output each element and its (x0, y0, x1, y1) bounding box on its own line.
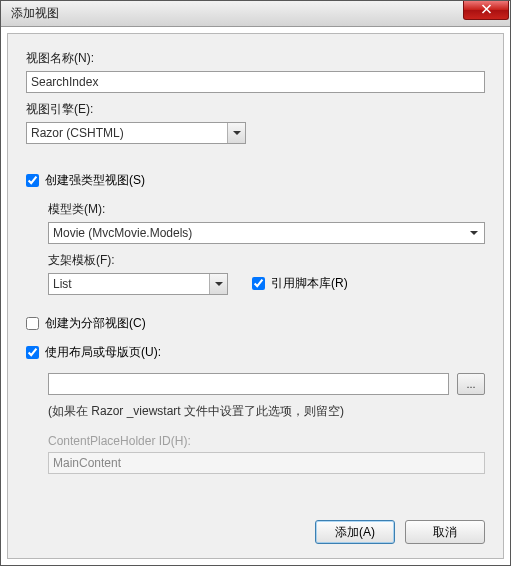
chevron-down-icon (215, 282, 223, 286)
close-button[interactable] (463, 1, 509, 20)
cph-input (48, 452, 485, 474)
dialog-body: 视图名称(N): 视图引擎(E): 创建强类型视图(S) 模型类(M): (7, 33, 504, 559)
use-layout-label: 使用布局或母版页(U): (45, 344, 161, 361)
use-layout-checkbox[interactable] (26, 346, 39, 359)
partial-view-label: 创建为分部视图(C) (45, 315, 146, 332)
layout-path-input[interactable] (48, 373, 449, 395)
view-engine-label: 视图引擎(E): (26, 101, 485, 118)
scaffold-dropdown-button[interactable] (209, 274, 227, 294)
strongly-typed-checkbox[interactable] (26, 174, 39, 187)
scaffold-template-select[interactable] (48, 273, 228, 295)
strongly-typed-label: 创建强类型视图(S) (45, 172, 145, 189)
reference-scripts-checkbox[interactable] (252, 277, 265, 290)
cph-label: ContentPlaceHolder ID(H): (48, 434, 485, 448)
browse-button[interactable]: ... (457, 373, 485, 395)
close-icon (481, 3, 492, 17)
view-engine-dropdown-button[interactable] (227, 123, 245, 143)
scaffold-template-label: 支架模板(F): (48, 252, 228, 269)
view-name-input[interactable] (26, 71, 485, 93)
dialog-window: 添加视图 视图名称(N): 视图引擎(E): 创建强类型视图(S) (0, 0, 511, 566)
titlebar: 添加视图 (1, 1, 510, 27)
model-class-label: 模型类(M): (48, 201, 485, 218)
model-class-select[interactable] (48, 222, 485, 244)
reference-scripts-label: 引用脚本库(R) (271, 275, 348, 292)
window-title: 添加视图 (11, 5, 59, 22)
view-engine-select[interactable] (26, 122, 246, 144)
cancel-button[interactable]: 取消 (405, 520, 485, 544)
partial-view-checkbox[interactable] (26, 317, 39, 330)
chevron-down-icon (233, 131, 241, 135)
add-button[interactable]: 添加(A) (315, 520, 395, 544)
button-row: 添加(A) 取消 (26, 510, 485, 544)
view-name-label: 视图名称(N): (26, 50, 485, 67)
layout-hint: (如果在 Razor _viewstart 文件中设置了此选项，则留空) (48, 403, 485, 420)
